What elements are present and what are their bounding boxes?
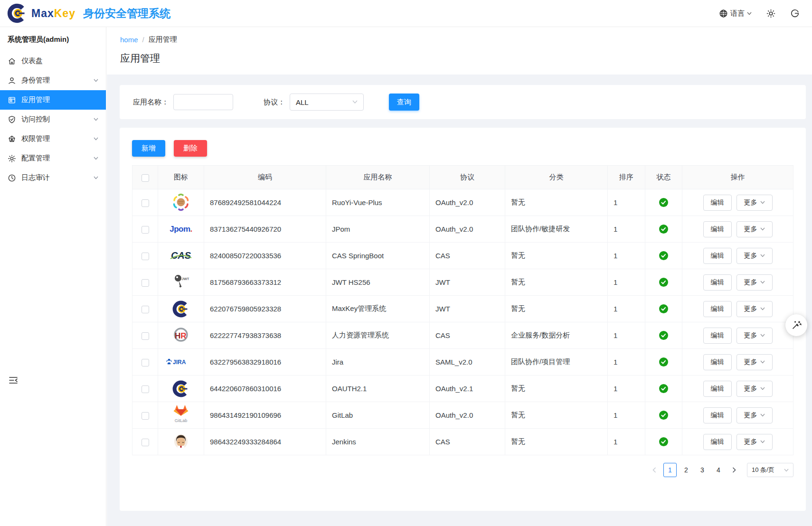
edit-button[interactable]: 编辑 (703, 354, 732, 370)
row-checkbox[interactable] (142, 199, 149, 207)
sidebar-item-label: 日志审计 (21, 173, 50, 182)
row-checkbox[interactable] (142, 412, 149, 420)
sidebar-item-dashboard[interactable]: 仪表盘 (0, 51, 106, 71)
search-button[interactable]: 查询 (389, 94, 419, 111)
table-card: 新增 删除 图标编码应用名称协议分类排序状态操作 876892492581044… (120, 128, 806, 511)
main-content: home / 应用管理 应用管理 应用名称： 协议： ALL 查询 新增 删除 (107, 27, 812, 526)
protocol-label: 协议： (264, 98, 285, 107)
breadcrumb-home-link[interactable]: home (120, 36, 138, 44)
page-4-button[interactable]: 4 (712, 463, 725, 477)
add-button[interactable]: 新增 (132, 140, 165, 157)
more-button[interactable]: 更多 (736, 434, 773, 450)
page-size-select[interactable]: 10 条/页 (747, 463, 793, 477)
row-checkbox[interactable] (142, 226, 149, 234)
app-category: 暂无 (505, 296, 608, 322)
settings-button[interactable] (766, 9, 776, 19)
delete-button[interactable]: 删除 (174, 140, 207, 157)
breadcrumb-separator: / (142, 36, 144, 44)
table-header-row: 图标编码应用名称协议分类排序状态操作 (132, 166, 793, 189)
sidebar-item-identity[interactable]: 身份管理 (0, 71, 106, 90)
app-code: 837136275440926720 (204, 216, 326, 243)
app-protocol: JWT (430, 296, 505, 322)
svg-text:JIRA: JIRA (173, 358, 186, 365)
logout-icon (790, 9, 800, 18)
svg-text:HR: HR (175, 331, 187, 340)
page-2-button[interactable]: 2 (680, 463, 693, 477)
sidebar-item-access[interactable]: 访问控制 (0, 110, 106, 129)
chevron-down-icon (760, 227, 765, 231)
more-button[interactable]: 更多 (736, 381, 773, 397)
filter-card: 应用名称： 协议： ALL 查询 (120, 85, 806, 119)
app-sort: 1 (608, 376, 645, 402)
app-category: 暂无 (505, 269, 608, 296)
protocol-select[interactable]: ALL (290, 94, 364, 111)
prev-page-button[interactable] (648, 467, 661, 473)
row-checkbox[interactable] (142, 253, 149, 260)
logout-button[interactable] (790, 9, 800, 18)
row-checkbox[interactable] (142, 306, 149, 313)
more-button[interactable]: 更多 (736, 274, 773, 291)
app-logo-ruoyi (171, 192, 190, 213)
status-enabled-icon (659, 251, 668, 260)
collapse-sidebar-button[interactable] (9, 376, 18, 385)
edit-button[interactable]: 编辑 (703, 221, 732, 237)
status-enabled-icon (659, 225, 668, 234)
app-category: 暂无 (505, 402, 608, 429)
shield-icon (8, 115, 16, 124)
status-enabled-icon (659, 384, 668, 393)
sidebar-item-config[interactable]: 配置管理 (0, 149, 106, 168)
table-row: GitLab 986431492190109696 GitLab OAuth_v… (132, 402, 793, 429)
edit-button[interactable]: 编辑 (703, 274, 732, 291)
app-category: 团队协作/敏捷研发 (505, 216, 608, 243)
edit-button[interactable]: 编辑 (703, 381, 732, 397)
sidebar-item-permission[interactable]: 权限管理 (0, 129, 106, 149)
theme-settings-button[interactable] (785, 314, 807, 336)
language-menu[interactable]: 语言 (719, 9, 752, 18)
edit-button[interactable]: 编辑 (703, 301, 732, 317)
more-button[interactable]: 更多 (736, 354, 773, 370)
edit-button[interactable]: 编辑 (703, 407, 732, 423)
app-name-input[interactable] (173, 94, 233, 110)
select-all-checkbox[interactable] (142, 174, 149, 182)
app-sort: 1 (608, 216, 645, 243)
row-checkbox[interactable] (142, 359, 149, 366)
chevron-down-icon (94, 137, 98, 141)
app-category: 暂无 (505, 429, 608, 455)
row-checkbox[interactable] (142, 332, 149, 340)
edit-button[interactable]: 编辑 (703, 248, 732, 264)
edit-button[interactable]: 编辑 (703, 195, 732, 211)
table-row: Jpom. 837136275440926720 JPom OAuth_v2.0… (132, 216, 793, 243)
chevron-down-icon (760, 387, 765, 390)
page-1-button[interactable]: 1 (663, 463, 677, 477)
more-button[interactable]: 更多 (736, 328, 773, 344)
more-button[interactable]: 更多 (736, 407, 773, 423)
app-logo-cas: CAS (171, 245, 191, 266)
more-button[interactable]: 更多 (736, 248, 773, 264)
more-button[interactable]: 更多 (736, 301, 773, 317)
more-button[interactable]: 更多 (736, 221, 773, 237)
chevron-down-icon (760, 307, 765, 310)
sidebar-item-audit[interactable]: 日志审计 (0, 168, 106, 188)
app-logo-jpom: Jpom. (170, 219, 192, 240)
edit-button[interactable]: 编辑 (703, 328, 732, 344)
next-page-button[interactable] (728, 467, 740, 473)
page-title: 应用管理 (120, 52, 812, 65)
sidebar-item-apps[interactable]: 应用管理 (0, 90, 106, 110)
user-icon (8, 76, 16, 85)
row-checkbox[interactable] (142, 385, 149, 393)
chevron-down-icon (760, 360, 765, 364)
status-enabled-icon (659, 357, 668, 366)
row-checkbox[interactable] (142, 279, 149, 287)
pagination: 1234 10 条/页 (132, 463, 793, 477)
app-logo-gitlab: GitLab (171, 404, 190, 425)
edit-button[interactable]: 编辑 (703, 434, 732, 450)
row-checkbox[interactable] (142, 439, 149, 446)
table-row: 644220607860310016 OAUTH2.1 OAuth_v2.1 暂… (132, 376, 793, 402)
app-sort: 1 (608, 322, 645, 349)
chevron-down-icon (760, 201, 765, 204)
more-button[interactable]: 更多 (736, 195, 773, 211)
app-sort: 1 (608, 296, 645, 322)
page-3-button[interactable]: 3 (696, 463, 709, 477)
magic-wand-icon (791, 320, 802, 330)
toolbar: 新增 删除 (132, 140, 793, 157)
